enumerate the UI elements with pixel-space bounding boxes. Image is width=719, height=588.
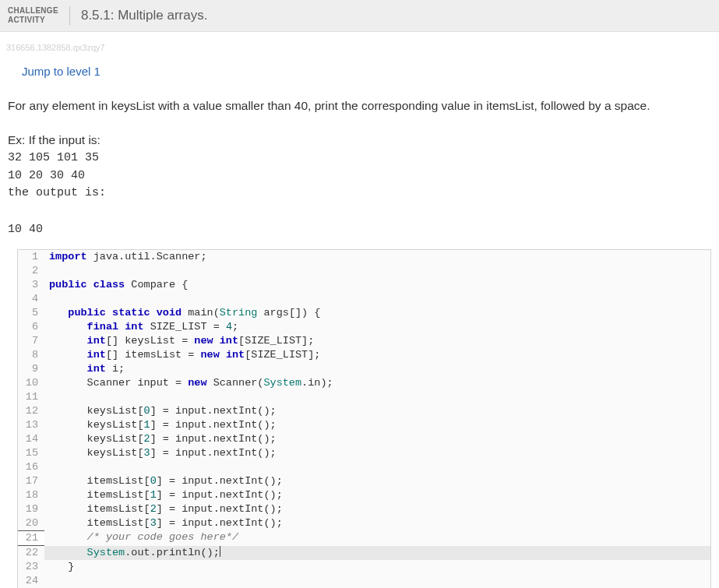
example-input-label: Ex: If the input is: [8,131,711,150]
line-content[interactable]: public class Compare { [44,278,710,292]
problem-statement: For any element in keysList with a value… [8,97,711,115]
line-content[interactable]: } [44,560,710,574]
code-line[interactable]: 12 keysList[0] = input.nextInt(); [18,404,710,418]
example-input-block: 32 105 101 35 10 20 30 40 [8,150,711,185]
line-number: 6 [18,320,44,334]
code-line[interactable]: 1import java.util.Scanner; [18,250,710,264]
line-content[interactable] [44,460,710,474]
line-number: 18 [18,488,44,502]
code-line[interactable]: 14 keysList[2] = input.nextInt(); [18,432,710,446]
line-content[interactable]: System.out.println(); [44,546,710,560]
code-line[interactable]: 13 keysList[1] = input.nextInt(); [18,418,710,432]
line-content[interactable]: Scanner input = new Scanner(System.in); [44,376,710,390]
code-line[interactable]: 24 [18,574,710,588]
line-number: 8 [18,348,44,362]
line-number: 20 [18,516,44,530]
code-line[interactable]: 10 Scanner input = new Scanner(System.in… [18,376,710,390]
line-number: 1 [18,250,44,264]
line-number: 12 [18,404,44,418]
code-line[interactable]: 3public class Compare { [18,278,710,292]
line-content[interactable]: itemsList[1] = input.nextInt(); [44,488,710,502]
challenge-title: 8.5.1: Multiple arrays. [70,8,208,23]
line-number: 9 [18,362,44,376]
line-number: 17 [18,474,44,488]
code-line[interactable]: 2 [18,264,710,278]
challenge-activity-label: CHALLENGE ACTIVITY [8,6,70,25]
line-content[interactable] [44,390,710,404]
problem-description: For any element in keysList with a value… [0,78,719,245]
line-number: 2 [18,264,44,278]
code-line[interactable]: 8 int[] itemsList = new int[SIZE_LIST]; [18,348,710,362]
line-number: 3 [18,278,44,292]
line-content[interactable]: import java.util.Scanner; [44,250,710,264]
jump-to-level-link[interactable]: Jump to level 1 [0,52,108,78]
code-line[interactable]: 22 System.out.println(); [18,546,710,560]
code-line[interactable]: 6 final int SIZE_LIST = 4; [18,320,710,334]
line-number: 5 [18,306,44,320]
line-content[interactable] [44,574,710,588]
code-line[interactable]: 9 int i; [18,362,710,376]
code-line[interactable]: 19 itemsList[2] = input.nextInt(); [18,502,710,516]
line-content[interactable]: keysList[0] = input.nextInt(); [44,404,710,418]
line-number: 23 [18,560,44,574]
label-line-1: CHALLENGE [8,6,58,16]
line-number: 19 [18,502,44,516]
line-content[interactable]: keysList[1] = input.nextInt(); [44,418,710,432]
line-content[interactable]: int i; [44,362,710,376]
line-number: 24 [18,574,44,588]
line-number: 22 [18,546,44,560]
code-line[interactable]: 23 } [18,560,710,574]
line-content[interactable]: itemsList[0] = input.nextInt(); [44,474,710,488]
line-content[interactable] [44,292,710,306]
line-content[interactable]: public static void main(String args[]) { [44,306,710,320]
code-line[interactable]: 18 itemsList[1] = input.nextInt(); [18,488,710,502]
challenge-header: CHALLENGE ACTIVITY 8.5.1: Multiple array… [0,0,719,32]
line-number: 11 [18,390,44,404]
label-line-2: ACTIVITY [8,16,58,25]
line-number: 14 [18,432,44,446]
code-line[interactable]: 11 [18,390,710,404]
code-line[interactable]: 20 itemsList[3] = input.nextInt(); [18,516,710,530]
line-content[interactable]: keysList[2] = input.nextInt(); [44,432,710,446]
example-output-label: the output is: [8,185,711,202]
code-editor[interactable]: 1import java.util.Scanner;23public class… [17,249,711,588]
line-content[interactable] [44,264,710,278]
code-line[interactable]: 17 itemsList[0] = input.nextInt(); [18,474,710,488]
example-output-block: 10 40 [8,221,711,239]
code-line[interactable]: 5 public static void main(String args[])… [18,306,710,320]
line-number: 15 [18,446,44,460]
line-number: 10 [18,376,44,390]
line-content[interactable]: int[] keysList = new int[SIZE_LIST]; [44,334,710,348]
code-line[interactable]: 21 /* your code goes here*/ [18,530,710,546]
line-number: 7 [18,334,44,348]
code-line[interactable]: 4 [18,292,710,306]
line-content[interactable]: keysList[3] = input.nextInt(); [44,446,710,460]
line-number: 16 [18,460,44,474]
line-content[interactable]: itemsList[3] = input.nextInt(); [44,516,710,530]
code-line[interactable]: 16 [18,460,710,474]
line-content[interactable]: itemsList[2] = input.nextInt(); [44,502,710,516]
line-content[interactable]: int[] itemsList = new int[SIZE_LIST]; [44,348,710,362]
line-content[interactable]: /* your code goes here*/ [44,530,710,546]
activity-id: 316656.1382858.qx3zqy7 [0,32,719,52]
line-number: 4 [18,292,44,306]
code-line[interactable]: 7 int[] keysList = new int[SIZE_LIST]; [18,334,710,348]
line-content[interactable]: final int SIZE_LIST = 4; [44,320,710,334]
line-number: 21 [18,530,44,546]
code-line[interactable]: 15 keysList[3] = input.nextInt(); [18,446,710,460]
line-number: 13 [18,418,44,432]
